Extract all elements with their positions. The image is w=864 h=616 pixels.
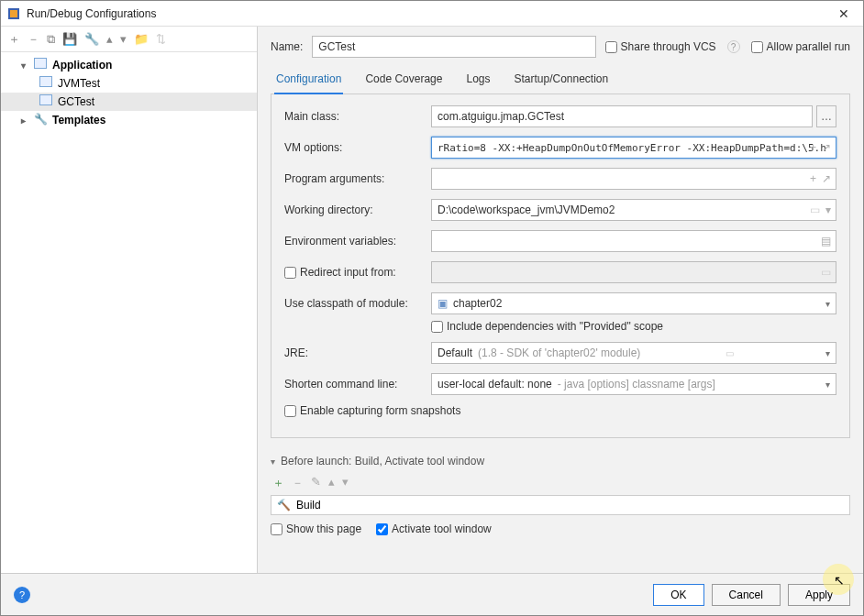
vm-options-label: VM options: <box>284 141 431 154</box>
tab-configuration[interactable]: Configuration <box>274 67 343 94</box>
classpath-label: Use classpath of module: <box>284 297 431 310</box>
snapshots-input[interactable] <box>284 405 296 417</box>
cancel-button[interactable]: Cancel <box>712 584 781 606</box>
jre-label: JRE: <box>284 346 431 359</box>
copy-icon[interactable]: ⧉ <box>47 32 55 47</box>
share-vcs-checkbox[interactable]: Share through VCS <box>605 40 716 53</box>
classpath-select[interactable]: ▣ chapter02 ▾ <box>431 292 836 314</box>
working-dir-label: Working directory: <box>284 204 431 216</box>
help-icon[interactable]: ? <box>727 40 740 53</box>
include-deps-input[interactable] <box>431 321 443 333</box>
folder-icon[interactable]: ▭ <box>810 204 820 216</box>
activate-tool-input[interactable] <box>376 523 388 535</box>
redirect-input-checkbox[interactable]: Redirect input from: <box>284 266 431 279</box>
close-icon[interactable]: ✕ <box>830 6 858 21</box>
working-dir-input[interactable] <box>431 199 836 221</box>
folder-icon: ▭ <box>726 348 734 358</box>
down-icon[interactable]: ▾ <box>120 32 127 46</box>
tree-node-templates[interactable]: ▸ 🔧 Templates <box>1 111 257 129</box>
before-launch-section: ▾ Before launch: Build, Activate tool wi… <box>271 455 850 535</box>
include-deps-checkbox[interactable]: Include dependencies with "Provided" sco… <box>431 320 663 333</box>
jre-select[interactable]: Default (1.8 - SDK of 'chapter02' module… <box>431 342 836 364</box>
before-launch-toolbar: ＋ － ✎ ▴ ▾ <box>271 473 850 495</box>
name-row: Name: Share through VCS ? Allow parallel… <box>271 36 850 58</box>
env-vars-input[interactable] <box>431 230 836 252</box>
dialog-body: ＋ － ⧉ 💾 🔧 ▴ ▾ 📁 ⇅ ▾ Application JVMTest <box>1 27 863 573</box>
caret-down-icon: ▾ <box>271 456 275 467</box>
apply-button[interactable]: Apply <box>788 584 850 606</box>
list-icon[interactable]: ▤ <box>821 235 831 248</box>
tree-node-gctest[interactable]: GCTest <box>1 93 257 111</box>
expand-icon[interactable]: ↗ <box>822 172 831 185</box>
window-title: Run/Debug Configurations <box>27 7 830 20</box>
chevron-down-icon: ▾ <box>825 299 830 309</box>
ok-button[interactable]: OK <box>653 584 703 606</box>
down-icon[interactable]: ▾ <box>342 475 349 491</box>
field-working-directory: Working directory: ▭ ▾ <box>284 199 836 221</box>
dropdown-icon[interactable]: ▾ <box>825 204 831 216</box>
field-redirect-input: Redirect input from: ▭ <box>284 261 836 283</box>
field-use-classpath: Use classpath of module: ▣ chapter02 ▾ <box>284 292 836 314</box>
include-deps-label: Include dependencies with "Provided" sco… <box>447 320 663 333</box>
help-button[interactable]: ? <box>14 587 30 603</box>
program-args-input[interactable] <box>431 168 836 190</box>
up-icon[interactable]: ▴ <box>106 32 113 46</box>
main-panel: Name: Share through VCS ? Allow parallel… <box>258 27 863 573</box>
history-icon[interactable]: + <box>810 172 816 185</box>
share-vcs-label: Share through VCS <box>621 40 716 53</box>
jre-hint: (1.8 - SDK of 'chapter02' module) <box>478 346 640 359</box>
wrench-icon[interactable]: 🔧 <box>84 32 99 46</box>
tab-startup-connection[interactable]: Startup/Connection <box>512 67 610 94</box>
save-icon[interactable]: 💾 <box>62 32 77 46</box>
redirect-input-path <box>431 261 836 283</box>
name-input[interactable] <box>312 36 595 58</box>
remove-icon[interactable]: － <box>28 31 39 48</box>
shorten-label: Shorten command line: <box>284 378 431 390</box>
before-launch-options: Show this page Activate tool window <box>271 522 850 535</box>
config-toolbar: ＋ － ⧉ 💾 🔧 ▴ ▾ 📁 ⇅ <box>1 27 257 52</box>
tab-bar: Configuration Code Coverage Logs Startup… <box>271 67 850 94</box>
folder-icon: ▭ <box>821 266 831 279</box>
snapshots-label: Enable capturing form snapshots <box>300 404 460 417</box>
field-program-arguments: Program arguments: + ↗ <box>284 168 836 190</box>
tree-label: JVMTest <box>58 77 100 90</box>
tab-logs[interactable]: Logs <box>464 67 492 94</box>
remove-icon[interactable]: － <box>292 475 304 491</box>
add-icon[interactable]: ＋ <box>272 475 284 491</box>
parallel-input[interactable] <box>751 41 763 53</box>
snapshots-checkbox[interactable]: Enable capturing form snapshots <box>284 404 460 417</box>
titlebar: Run/Debug Configurations ✕ <box>1 1 863 27</box>
wrench-icon: 🔧 <box>34 113 49 127</box>
chevron-down-icon: ▾ <box>825 380 830 390</box>
run-config-icon <box>39 76 54 91</box>
main-class-input[interactable] <box>431 105 813 127</box>
before-launch-item[interactable]: 🔨 Build <box>271 496 849 514</box>
before-launch-item-label: Build <box>296 499 321 512</box>
shorten-select[interactable]: user-local default: none - java [options… <box>431 373 836 395</box>
show-page-checkbox[interactable]: Show this page <box>271 522 361 535</box>
parallel-checkbox[interactable]: Allow parallel run <box>751 40 850 53</box>
sort-icon[interactable]: ⇅ <box>156 32 166 46</box>
history-icon[interactable]: + <box>810 141 816 154</box>
edit-icon[interactable]: ✎ <box>311 475 321 491</box>
tree-label: Application <box>52 59 112 72</box>
folder-new-icon[interactable]: 📁 <box>134 32 149 46</box>
caret-right-icon: ▸ <box>21 116 34 126</box>
sidebar: ＋ － ⧉ 💾 🔧 ▴ ▾ 📁 ⇅ ▾ Application JVMTest <box>1 27 258 573</box>
tab-code-coverage[interactable]: Code Coverage <box>363 67 444 94</box>
up-icon[interactable]: ▴ <box>328 475 335 491</box>
browse-class-button[interactable]: … <box>816 105 836 127</box>
activate-tool-checkbox[interactable]: Activate tool window <box>376 522 492 535</box>
parallel-label: Allow parallel run <box>767 40 850 53</box>
tree-node-jvmtest[interactable]: JVMTest <box>1 74 257 93</box>
expand-icon[interactable]: ↗ <box>822 141 831 154</box>
show-page-input[interactable] <box>271 523 282 535</box>
redirect-input-check[interactable] <box>284 267 296 279</box>
field-vm-options: VM options: + ↗ <box>284 137 836 159</box>
before-launch-header[interactable]: ▾ Before launch: Build, Activate tool wi… <box>271 455 850 468</box>
tree-node-application[interactable]: ▾ Application <box>1 56 257 74</box>
configuration-panel: Main class: … VM options: + ↗ <box>271 94 850 438</box>
add-icon[interactable]: ＋ <box>8 31 20 48</box>
share-vcs-input[interactable] <box>605 41 617 53</box>
vm-options-input[interactable] <box>431 137 836 159</box>
